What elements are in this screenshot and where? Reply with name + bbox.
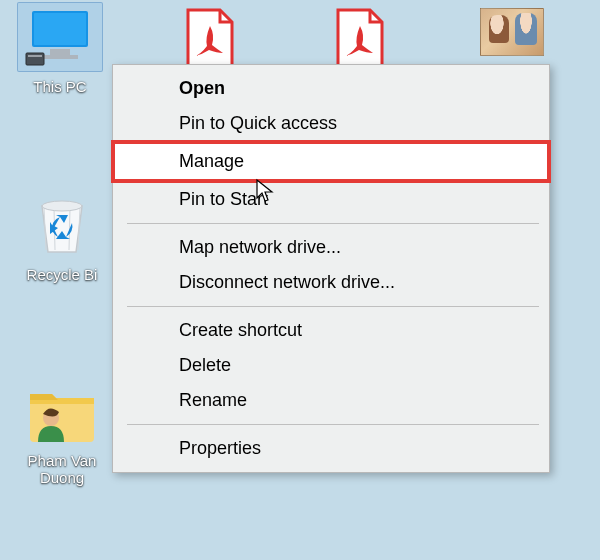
desktop-icon-pdf-1[interactable] — [170, 8, 250, 68]
this-pc-icon — [24, 9, 96, 69]
svg-rect-1 — [34, 13, 86, 45]
svg-rect-3 — [42, 55, 78, 59]
menu-separator — [127, 424, 539, 425]
desktop-icon-photo[interactable] — [472, 8, 552, 56]
menu-item-pin-to-start[interactable]: Pin to Start — [113, 182, 549, 217]
menu-separator — [127, 223, 539, 224]
desktop-icon-recycle-bin[interactable]: Recycle Bi — [12, 190, 112, 283]
menu-separator — [127, 306, 539, 307]
context-menu: Open Pin to Quick access Manage Pin to S… — [112, 64, 550, 473]
svg-rect-4 — [26, 53, 44, 65]
menu-item-create-shortcut[interactable]: Create shortcut — [113, 313, 549, 348]
svg-rect-5 — [28, 55, 42, 57]
recycle-bin-icon — [12, 190, 112, 262]
menu-item-open[interactable]: Open — [113, 71, 549, 106]
menu-item-manage[interactable]: Manage — [111, 140, 551, 183]
menu-item-disconnect-network-drive[interactable]: Disconnect network drive... — [113, 265, 549, 300]
desktop-icon-pdf-2[interactable] — [320, 8, 400, 68]
menu-item-rename[interactable]: Rename — [113, 383, 549, 418]
menu-item-map-network-drive[interactable]: Map network drive... — [113, 230, 549, 265]
desktop-icon-label: Pham Van Duong — [12, 452, 112, 487]
desktop-icon-label: Recycle Bi — [12, 266, 112, 283]
menu-item-delete[interactable]: Delete — [113, 348, 549, 383]
desktop-icon-user-folder[interactable]: Pham Van Duong — [12, 380, 112, 487]
desktop-icon-this-pc[interactable]: This PC — [10, 2, 110, 95]
folder-icon — [12, 380, 112, 448]
pdf-icon — [320, 8, 400, 68]
desktop-icon-label: This PC — [10, 78, 110, 95]
svg-point-6 — [42, 201, 82, 211]
pdf-icon — [170, 8, 250, 68]
svg-rect-2 — [50, 49, 70, 55]
photo-thumbnail-icon — [480, 8, 544, 56]
menu-item-properties[interactable]: Properties — [113, 431, 549, 466]
menu-item-pin-quick-access[interactable]: Pin to Quick access — [113, 106, 549, 141]
